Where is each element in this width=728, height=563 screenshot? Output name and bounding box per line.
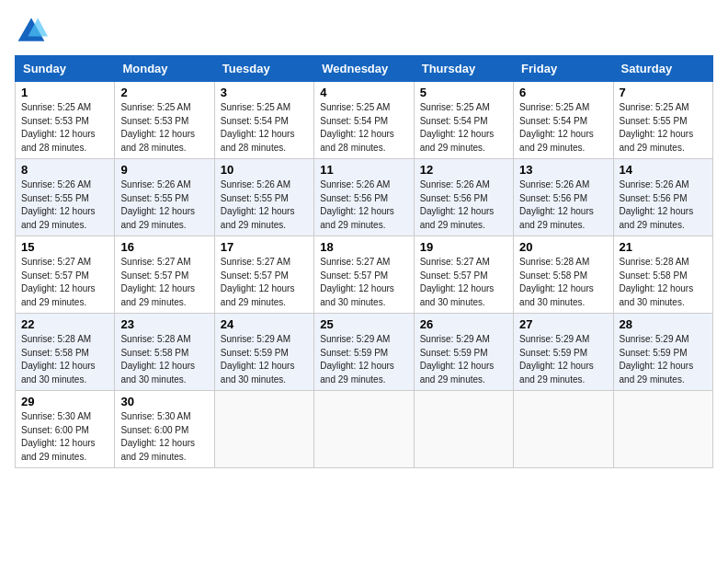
calendar-cell bbox=[414, 391, 513, 468]
calendar-week-row: 29 Sunrise: 5:30 AMSunset: 6:00 PMDaylig… bbox=[16, 391, 713, 468]
day-info: Sunrise: 5:30 AMSunset: 6:00 PMDaylight:… bbox=[120, 411, 195, 462]
calendar-cell: 8 Sunrise: 5:26 AMSunset: 5:55 PMDayligh… bbox=[16, 159, 115, 236]
logo bbox=[15, 15, 51, 48]
calendar-week-row: 22 Sunrise: 5:28 AMSunset: 5:58 PMDaylig… bbox=[16, 314, 713, 391]
column-header-monday: Monday bbox=[115, 56, 214, 82]
column-header-saturday: Saturday bbox=[613, 56, 712, 82]
calendar-cell: 22 Sunrise: 5:28 AMSunset: 5:58 PMDaylig… bbox=[16, 314, 115, 391]
day-info: Sunrise: 5:25 AMSunset: 5:54 PMDaylight:… bbox=[221, 102, 295, 153]
day-info: Sunrise: 5:29 AMSunset: 5:59 PMDaylight:… bbox=[519, 334, 594, 385]
day-number: 5 bbox=[420, 86, 507, 99]
calendar-cell: 26 Sunrise: 5:29 AMSunset: 5:59 PMDaylig… bbox=[414, 314, 513, 391]
day-number: 27 bbox=[519, 317, 607, 331]
calendar-week-row: 1 Sunrise: 5:25 AMSunset: 5:53 PMDayligh… bbox=[16, 82, 713, 159]
calendar-cell: 23 Sunrise: 5:28 AMSunset: 5:58 PMDaylig… bbox=[115, 314, 214, 391]
day-info: Sunrise: 5:26 AMSunset: 5:56 PMDaylight:… bbox=[420, 179, 495, 230]
calendar-cell bbox=[314, 391, 414, 468]
column-header-thursday: Thursday bbox=[414, 56, 513, 82]
calendar-cell: 11 Sunrise: 5:26 AMSunset: 5:56 PMDaylig… bbox=[314, 159, 414, 236]
calendar-cell: 29 Sunrise: 5:30 AMSunset: 6:00 PMDaylig… bbox=[16, 391, 115, 468]
calendar-week-row: 8 Sunrise: 5:26 AMSunset: 5:55 PMDayligh… bbox=[16, 159, 713, 236]
calendar-cell: 1 Sunrise: 5:25 AMSunset: 5:53 PMDayligh… bbox=[16, 82, 115, 159]
day-number: 16 bbox=[120, 240, 208, 254]
day-number: 7 bbox=[620, 86, 707, 99]
day-number: 17 bbox=[221, 240, 308, 254]
calendar-cell: 20 Sunrise: 5:28 AMSunset: 5:58 PMDaylig… bbox=[514, 236, 613, 314]
day-number: 13 bbox=[519, 163, 607, 177]
day-number: 18 bbox=[320, 240, 407, 254]
day-number: 20 bbox=[519, 240, 607, 254]
day-info: Sunrise: 5:29 AMSunset: 5:59 PMDaylight:… bbox=[620, 334, 694, 385]
column-header-sunday: Sunday bbox=[16, 56, 115, 82]
day-number: 4 bbox=[320, 86, 407, 99]
day-info: Sunrise: 5:29 AMSunset: 5:59 PMDaylight:… bbox=[221, 334, 295, 385]
day-info: Sunrise: 5:26 AMSunset: 5:55 PMDaylight:… bbox=[221, 179, 295, 230]
day-info: Sunrise: 5:26 AMSunset: 5:56 PMDaylight:… bbox=[620, 179, 694, 230]
calendar-cell: 30 Sunrise: 5:30 AMSunset: 6:00 PMDaylig… bbox=[115, 391, 214, 468]
calendar-cell bbox=[214, 391, 313, 468]
day-info: Sunrise: 5:25 AMSunset: 5:54 PMDaylight:… bbox=[320, 102, 394, 153]
calendar-cell: 10 Sunrise: 5:26 AMSunset: 5:55 PMDaylig… bbox=[214, 159, 313, 236]
calendar-cell: 3 Sunrise: 5:25 AMSunset: 5:54 PMDayligh… bbox=[214, 82, 313, 159]
calendar-cell: 27 Sunrise: 5:29 AMSunset: 5:59 PMDaylig… bbox=[514, 314, 613, 391]
day-number: 10 bbox=[221, 163, 308, 177]
column-header-friday: Friday bbox=[514, 56, 613, 82]
day-number: 2 bbox=[120, 86, 208, 99]
calendar-cell: 15 Sunrise: 5:27 AMSunset: 5:57 PMDaylig… bbox=[16, 236, 115, 314]
day-info: Sunrise: 5:28 AMSunset: 5:58 PMDaylight:… bbox=[620, 257, 694, 307]
calendar-cell: 9 Sunrise: 5:26 AMSunset: 5:55 PMDayligh… bbox=[115, 159, 214, 236]
column-header-tuesday: Tuesday bbox=[214, 56, 313, 82]
day-number: 3 bbox=[221, 86, 308, 99]
day-info: Sunrise: 5:29 AMSunset: 5:59 PMDaylight:… bbox=[420, 334, 495, 385]
calendar-cell: 5 Sunrise: 5:25 AMSunset: 5:54 PMDayligh… bbox=[414, 82, 513, 159]
day-info: Sunrise: 5:25 AMSunset: 5:55 PMDaylight:… bbox=[620, 102, 694, 153]
calendar-cell: 6 Sunrise: 5:25 AMSunset: 5:54 PMDayligh… bbox=[514, 82, 613, 159]
day-info: Sunrise: 5:26 AMSunset: 5:55 PMDaylight:… bbox=[21, 179, 96, 230]
calendar-cell: 7 Sunrise: 5:25 AMSunset: 5:55 PMDayligh… bbox=[613, 82, 712, 159]
day-info: Sunrise: 5:30 AMSunset: 6:00 PMDaylight:… bbox=[21, 411, 96, 462]
day-number: 21 bbox=[620, 240, 707, 254]
day-number: 9 bbox=[120, 163, 208, 177]
day-number: 25 bbox=[320, 317, 407, 331]
calendar-cell: 28 Sunrise: 5:29 AMSunset: 5:59 PMDaylig… bbox=[613, 314, 712, 391]
calendar-table: SundayMondayTuesdayWednesdayThursdayFrid… bbox=[15, 55, 713, 468]
day-info: Sunrise: 5:25 AMSunset: 5:53 PMDaylight:… bbox=[120, 102, 195, 153]
calendar-cell: 21 Sunrise: 5:28 AMSunset: 5:58 PMDaylig… bbox=[613, 236, 712, 314]
day-number: 23 bbox=[120, 317, 208, 331]
calendar-cell bbox=[514, 391, 613, 468]
day-number: 15 bbox=[21, 240, 108, 254]
day-info: Sunrise: 5:26 AMSunset: 5:55 PMDaylight:… bbox=[120, 179, 195, 230]
calendar-cell: 25 Sunrise: 5:29 AMSunset: 5:59 PMDaylig… bbox=[314, 314, 414, 391]
day-info: Sunrise: 5:27 AMSunset: 5:57 PMDaylight:… bbox=[420, 257, 495, 307]
day-info: Sunrise: 5:28 AMSunset: 5:58 PMDaylight:… bbox=[21, 334, 96, 385]
day-number: 29 bbox=[21, 395, 108, 408]
day-info: Sunrise: 5:25 AMSunset: 5:53 PMDaylight:… bbox=[21, 102, 96, 153]
calendar-cell: 24 Sunrise: 5:29 AMSunset: 5:59 PMDaylig… bbox=[214, 314, 313, 391]
day-number: 26 bbox=[420, 317, 507, 331]
calendar-header-row: SundayMondayTuesdayWednesdayThursdayFrid… bbox=[16, 56, 713, 82]
calendar-cell: 14 Sunrise: 5:26 AMSunset: 5:56 PMDaylig… bbox=[613, 159, 712, 236]
day-number: 24 bbox=[221, 317, 308, 331]
logo-icon bbox=[15, 15, 48, 48]
day-info: Sunrise: 5:26 AMSunset: 5:56 PMDaylight:… bbox=[519, 179, 594, 230]
day-info: Sunrise: 5:27 AMSunset: 5:57 PMDaylight:… bbox=[21, 257, 96, 307]
calendar-week-row: 15 Sunrise: 5:27 AMSunset: 5:57 PMDaylig… bbox=[16, 236, 713, 314]
day-number: 11 bbox=[320, 163, 407, 177]
day-number: 30 bbox=[120, 395, 208, 408]
day-info: Sunrise: 5:27 AMSunset: 5:57 PMDaylight:… bbox=[320, 257, 394, 307]
day-info: Sunrise: 5:25 AMSunset: 5:54 PMDaylight:… bbox=[519, 102, 594, 153]
calendar-cell: 18 Sunrise: 5:27 AMSunset: 5:57 PMDaylig… bbox=[314, 236, 414, 314]
day-info: Sunrise: 5:28 AMSunset: 5:58 PMDaylight:… bbox=[519, 257, 594, 307]
day-info: Sunrise: 5:27 AMSunset: 5:57 PMDaylight:… bbox=[120, 257, 195, 307]
column-header-wednesday: Wednesday bbox=[314, 56, 414, 82]
calendar-cell: 2 Sunrise: 5:25 AMSunset: 5:53 PMDayligh… bbox=[115, 82, 214, 159]
day-info: Sunrise: 5:27 AMSunset: 5:57 PMDaylight:… bbox=[221, 257, 295, 307]
day-number: 8 bbox=[21, 163, 108, 177]
calendar-cell: 19 Sunrise: 5:27 AMSunset: 5:57 PMDaylig… bbox=[414, 236, 513, 314]
calendar-cell: 16 Sunrise: 5:27 AMSunset: 5:57 PMDaylig… bbox=[115, 236, 214, 314]
calendar-cell bbox=[613, 391, 712, 468]
calendar-cell: 12 Sunrise: 5:26 AMSunset: 5:56 PMDaylig… bbox=[414, 159, 513, 236]
day-info: Sunrise: 5:28 AMSunset: 5:58 PMDaylight:… bbox=[120, 334, 195, 385]
day-info: Sunrise: 5:29 AMSunset: 5:59 PMDaylight:… bbox=[320, 334, 394, 385]
calendar-cell: 17 Sunrise: 5:27 AMSunset: 5:57 PMDaylig… bbox=[214, 236, 313, 314]
